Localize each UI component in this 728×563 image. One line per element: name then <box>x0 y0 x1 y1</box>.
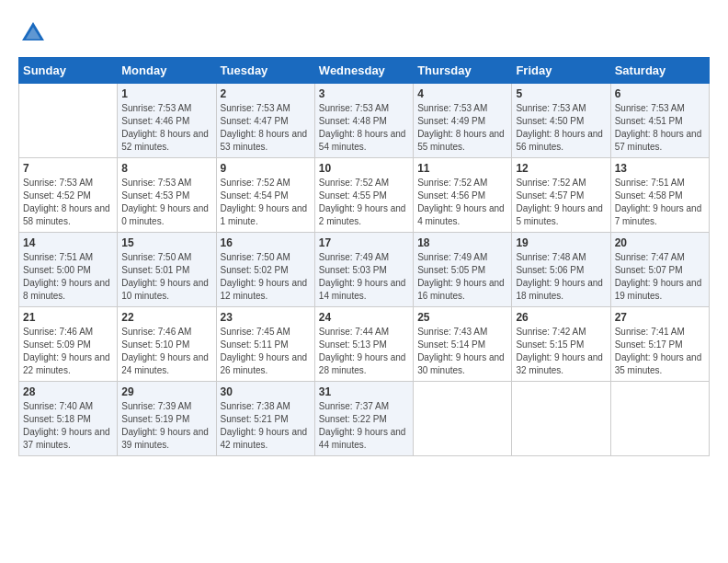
calendar-week-row: 21Sunrise: 7:46 AMSunset: 5:09 PMDayligh… <box>19 307 710 382</box>
calendar-cell: 17Sunrise: 7:49 AMSunset: 5:03 PMDayligh… <box>314 233 413 307</box>
calendar-cell: 9Sunrise: 7:52 AMSunset: 4:54 PMDaylight… <box>216 158 314 233</box>
day-info: Sunrise: 7:46 AMSunset: 5:10 PMDaylight:… <box>121 326 211 377</box>
day-info: Sunrise: 7:52 AMSunset: 4:55 PMDaylight:… <box>319 177 409 228</box>
calendar-cell: 2Sunrise: 7:53 AMSunset: 4:47 PMDaylight… <box>216 84 314 158</box>
day-number: 12 <box>516 162 606 175</box>
day-number: 2 <box>221 87 311 100</box>
calendar-cell: 20Sunrise: 7:47 AMSunset: 5:07 PMDayligh… <box>610 233 709 307</box>
calendar-cell: 31Sunrise: 7:37 AMSunset: 5:22 PMDayligh… <box>314 382 413 456</box>
calendar-week-row: 14Sunrise: 7:51 AMSunset: 5:00 PMDayligh… <box>19 233 710 307</box>
day-info: Sunrise: 7:50 AMSunset: 5:01 PMDaylight:… <box>121 251 211 303</box>
day-info: Sunrise: 7:47 AMSunset: 5:07 PMDaylight:… <box>615 251 705 303</box>
calendar-cell: 14Sunrise: 7:51 AMSunset: 5:00 PMDayligh… <box>19 233 118 307</box>
header-saturday: Saturday <box>610 58 709 84</box>
day-number: 20 <box>615 236 705 249</box>
day-info: Sunrise: 7:48 AMSunset: 5:06 PMDaylight:… <box>516 251 606 303</box>
day-number: 8 <box>121 162 211 175</box>
calendar-week-row: 28Sunrise: 7:40 AMSunset: 5:18 PMDayligh… <box>19 382 710 456</box>
calendar-cell: 11Sunrise: 7:52 AMSunset: 4:56 PMDayligh… <box>414 158 512 233</box>
calendar-cell: 3Sunrise: 7:53 AMSunset: 4:48 PMDaylight… <box>314 84 413 158</box>
calendar-week-row: 1Sunrise: 7:53 AMSunset: 4:46 PMDaylight… <box>19 84 710 158</box>
day-number: 5 <box>516 87 606 100</box>
day-number: 21 <box>23 311 113 324</box>
logo-icon <box>18 18 48 48</box>
calendar-cell: 22Sunrise: 7:46 AMSunset: 5:10 PMDayligh… <box>118 307 216 382</box>
day-info: Sunrise: 7:53 AMSunset: 4:53 PMDaylight:… <box>121 177 211 228</box>
day-number: 13 <box>615 162 705 175</box>
calendar-cell: 28Sunrise: 7:40 AMSunset: 5:18 PMDayligh… <box>19 382 118 456</box>
day-info: Sunrise: 7:40 AMSunset: 5:18 PMDaylight:… <box>23 400 113 452</box>
calendar-cell: 1Sunrise: 7:53 AMSunset: 4:46 PMDaylight… <box>118 84 216 158</box>
day-number: 23 <box>221 311 311 324</box>
day-number: 16 <box>221 236 311 249</box>
day-info: Sunrise: 7:46 AMSunset: 5:09 PMDaylight:… <box>23 326 113 377</box>
calendar-cell: 29Sunrise: 7:39 AMSunset: 5:19 PMDayligh… <box>118 382 216 456</box>
day-info: Sunrise: 7:53 AMSunset: 4:46 PMDaylight:… <box>121 102 211 154</box>
day-info: Sunrise: 7:39 AMSunset: 5:19 PMDaylight:… <box>121 400 211 452</box>
day-info: Sunrise: 7:44 AMSunset: 5:13 PMDaylight:… <box>319 326 409 377</box>
day-number: 25 <box>417 311 507 324</box>
day-info: Sunrise: 7:53 AMSunset: 4:47 PMDaylight:… <box>221 102 311 154</box>
day-number: 10 <box>319 162 409 175</box>
calendar-cell <box>414 382 512 456</box>
calendar-cell: 15Sunrise: 7:50 AMSunset: 5:01 PMDayligh… <box>118 233 216 307</box>
day-number: 14 <box>23 236 113 249</box>
day-info: Sunrise: 7:37 AMSunset: 5:22 PMDaylight:… <box>319 400 409 452</box>
day-number: 18 <box>417 236 507 249</box>
day-info: Sunrise: 7:52 AMSunset: 4:57 PMDaylight:… <box>516 177 606 228</box>
day-info: Sunrise: 7:52 AMSunset: 4:54 PMDaylight:… <box>221 177 311 228</box>
calendar-cell: 26Sunrise: 7:42 AMSunset: 5:15 PMDayligh… <box>512 307 610 382</box>
day-number: 24 <box>319 311 409 324</box>
day-info: Sunrise: 7:45 AMSunset: 5:11 PMDaylight:… <box>221 326 311 377</box>
day-number: 3 <box>319 87 409 100</box>
calendar-cell: 19Sunrise: 7:48 AMSunset: 5:06 PMDayligh… <box>512 233 610 307</box>
header-sunday: Sunday <box>19 58 118 84</box>
calendar-cell: 12Sunrise: 7:52 AMSunset: 4:57 PMDayligh… <box>512 158 610 233</box>
day-number: 7 <box>23 162 113 175</box>
header-monday: Monday <box>118 58 216 84</box>
day-info: Sunrise: 7:53 AMSunset: 4:48 PMDaylight:… <box>319 102 409 154</box>
day-info: Sunrise: 7:53 AMSunset: 4:49 PMDaylight:… <box>417 102 507 154</box>
calendar-cell: 4Sunrise: 7:53 AMSunset: 4:49 PMDaylight… <box>414 84 512 158</box>
day-info: Sunrise: 7:51 AMSunset: 4:58 PMDaylight:… <box>615 177 705 228</box>
calendar-cell: 16Sunrise: 7:50 AMSunset: 5:02 PMDayligh… <box>216 233 314 307</box>
day-info: Sunrise: 7:53 AMSunset: 4:50 PMDaylight:… <box>516 102 606 154</box>
day-number: 31 <box>319 385 409 398</box>
calendar-table: SundayMondayTuesdayWednesdayThursdayFrid… <box>18 57 710 456</box>
day-number: 6 <box>615 87 705 100</box>
calendar-header-row: SundayMondayTuesdayWednesdayThursdayFrid… <box>19 58 710 84</box>
day-number: 4 <box>417 87 507 100</box>
day-info: Sunrise: 7:53 AMSunset: 4:52 PMDaylight:… <box>23 177 113 228</box>
calendar-cell: 7Sunrise: 7:53 AMSunset: 4:52 PMDaylight… <box>19 158 118 233</box>
day-info: Sunrise: 7:41 AMSunset: 5:17 PMDaylight:… <box>615 326 705 377</box>
calendar-cell: 25Sunrise: 7:43 AMSunset: 5:14 PMDayligh… <box>414 307 512 382</box>
calendar-cell: 6Sunrise: 7:53 AMSunset: 4:51 PMDaylight… <box>610 84 709 158</box>
day-number: 26 <box>516 311 606 324</box>
calendar-cell: 24Sunrise: 7:44 AMSunset: 5:13 PMDayligh… <box>314 307 413 382</box>
day-info: Sunrise: 7:51 AMSunset: 5:00 PMDaylight:… <box>23 251 113 303</box>
day-info: Sunrise: 7:43 AMSunset: 5:14 PMDaylight:… <box>417 326 507 377</box>
calendar-cell: 8Sunrise: 7:53 AMSunset: 4:53 PMDaylight… <box>118 158 216 233</box>
calendar-cell <box>512 382 610 456</box>
header-thursday: Thursday <box>414 58 512 84</box>
page-header <box>18 18 710 48</box>
calendar-cell: 5Sunrise: 7:53 AMSunset: 4:50 PMDaylight… <box>512 84 610 158</box>
header-tuesday: Tuesday <box>216 58 314 84</box>
calendar-cell: 23Sunrise: 7:45 AMSunset: 5:11 PMDayligh… <box>216 307 314 382</box>
day-info: Sunrise: 7:52 AMSunset: 4:56 PMDaylight:… <box>417 177 507 228</box>
day-info: Sunrise: 7:50 AMSunset: 5:02 PMDaylight:… <box>221 251 311 303</box>
logo <box>18 18 51 48</box>
day-info: Sunrise: 7:53 AMSunset: 4:51 PMDaylight:… <box>615 102 705 154</box>
day-number: 29 <box>121 385 211 398</box>
header-friday: Friday <box>512 58 610 84</box>
calendar-cell: 10Sunrise: 7:52 AMSunset: 4:55 PMDayligh… <box>314 158 413 233</box>
day-number: 22 <box>121 311 211 324</box>
day-number: 28 <box>23 385 113 398</box>
day-info: Sunrise: 7:49 AMSunset: 5:05 PMDaylight:… <box>417 251 507 303</box>
calendar-week-row: 7Sunrise: 7:53 AMSunset: 4:52 PMDaylight… <box>19 158 710 233</box>
day-number: 27 <box>615 311 705 324</box>
day-number: 17 <box>319 236 409 249</box>
calendar-cell: 30Sunrise: 7:38 AMSunset: 5:21 PMDayligh… <box>216 382 314 456</box>
day-number: 9 <box>221 162 311 175</box>
calendar-cell: 27Sunrise: 7:41 AMSunset: 5:17 PMDayligh… <box>610 307 709 382</box>
